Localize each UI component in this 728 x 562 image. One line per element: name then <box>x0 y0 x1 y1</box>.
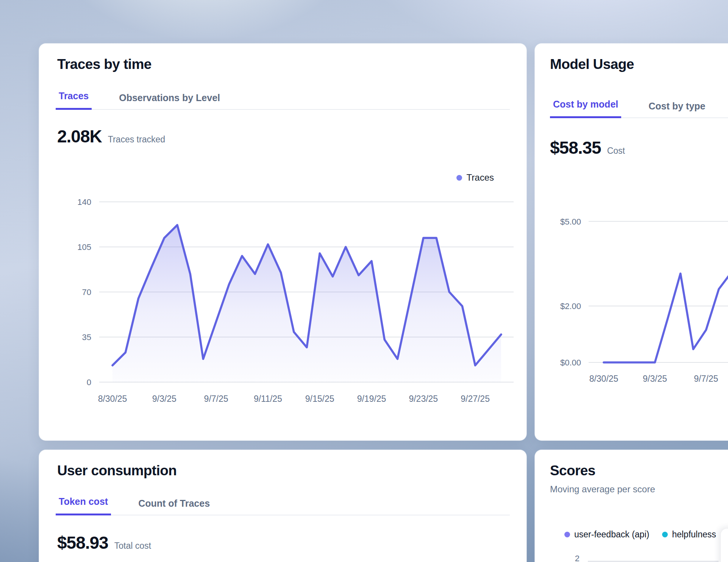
svg-text:9/3/25: 9/3/25 <box>152 394 177 404</box>
scores-legend: user-feedback (api) helpfulness <box>564 529 716 540</box>
svg-text:9/19/25: 9/19/25 <box>357 394 386 404</box>
svg-text:9/23/25: 9/23/25 <box>409 394 438 404</box>
legend-label: helpfulness <box>672 529 716 540</box>
svg-text:0: 0 <box>87 378 91 387</box>
svg-text:9/7/25: 9/7/25 <box>204 394 228 404</box>
svg-text:8/30/25: 8/30/25 <box>589 374 619 384</box>
scores-gridline <box>588 561 719 562</box>
metric-value: $58.93 <box>57 532 108 553</box>
dashboard-page: { "colors": { "accent": "#4f46e5", "line… <box>0 0 728 562</box>
model-usage-card: Model Usage Cost by model Cost by type $… <box>535 44 728 440</box>
svg-text:8/30/25: 8/30/25 <box>98 394 127 404</box>
legend-item-helpfulness[interactable]: helpfulness <box>662 529 716 540</box>
legend-item-user-feedback[interactable]: user-feedback (api) <box>564 529 649 540</box>
svg-text:$2.00: $2.00 <box>560 301 581 311</box>
svg-text:9/11/25: 9/11/25 <box>254 394 282 404</box>
legend-label: user-feedback (api) <box>574 529 649 540</box>
svg-text:105: 105 <box>77 242 91 252</box>
user-consumption-tabs: Token cost Count of Traces <box>56 496 510 515</box>
model-usage-line-chart: $0.00$2.00$5.008/30/259/3/259/7/25 <box>535 44 728 440</box>
svg-text:9/3/25: 9/3/25 <box>643 374 667 384</box>
scores-y-axis-tick: 2 <box>550 554 580 562</box>
svg-text:$0.00: $0.00 <box>560 358 581 367</box>
user-consumption-card: User consumption Token cost Count of Tra… <box>39 450 526 562</box>
svg-text:35: 35 <box>82 333 91 342</box>
traces-by-time-card: Traces by time Traces Observations by Le… <box>39 44 526 440</box>
corner-overlay <box>721 529 728 562</box>
card-subtitle: Moving average per score <box>550 484 655 495</box>
svg-text:70: 70 <box>82 287 91 297</box>
metric-caption: Total cost <box>114 541 151 551</box>
svg-text:9/27/25: 9/27/25 <box>461 394 490 404</box>
card-title: Scores <box>550 463 595 479</box>
legend-dot <box>564 532 570 537</box>
tab-token-cost[interactable]: Token cost <box>56 496 111 515</box>
scores-card: Scores Moving average per score user-fee… <box>535 450 728 562</box>
svg-text:$5.00: $5.00 <box>560 217 581 226</box>
user-consumption-metric: $58.93 Total cost <box>57 532 151 553</box>
svg-text:140: 140 <box>77 197 91 207</box>
tab-count-of-traces[interactable]: Count of Traces <box>135 498 213 515</box>
legend-dot <box>662 532 668 537</box>
card-title: User consumption <box>57 463 177 479</box>
svg-text:9/15/25: 9/15/25 <box>305 394 334 404</box>
svg-text:9/7/25: 9/7/25 <box>694 374 718 384</box>
traces-line-chart: 035701051408/30/259/3/259/7/259/11/259/1… <box>39 44 526 440</box>
